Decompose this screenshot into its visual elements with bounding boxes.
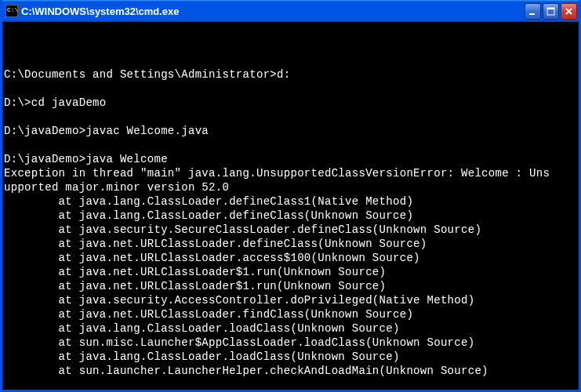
terminal-line: at java.lang.ClassLoader.defineClass1(Na… [4, 194, 577, 209]
minimize-button[interactable] [525, 3, 541, 20]
terminal-line: at java.net.URLClassLoader$1.run(Unknown… [4, 279, 577, 293]
terminal-line: upported major.minor version 52.0 [4, 180, 577, 194]
maximize-button[interactable] [543, 3, 559, 20]
terminal-line: at sun.misc.Launcher$AppClassLoader.load… [4, 336, 577, 350]
cmd-window: C:\ C:\WINDOWS\system32\cmd.exe C:\Docum… [0, 0, 581, 392]
terminal-line: D:\javaDemo>java Welcome [4, 152, 577, 166]
terminal-line: at sun.launcher.LauncherHelper.checkAndL… [4, 364, 577, 378]
close-button[interactable] [561, 3, 577, 20]
terminal-line [4, 82, 577, 96]
terminal-line: D:\>cd javaDemo [4, 96, 577, 110]
cmd-icon: C:\ [5, 5, 18, 17]
svg-rect-5 [547, 8, 554, 9]
titlebar[interactable]: C:\ C:\WINDOWS\system32\cmd.exe [2, 0, 579, 22]
terminal-line: at java.security.SecureClassLoader.defin… [4, 223, 577, 237]
terminal-line: at java.net.URLClassLoader$1.run(Unknown… [4, 265, 577, 279]
terminal-line [4, 110, 577, 124]
terminal-line: at java.lang.ClassLoader.loadClass(Unkno… [4, 350, 577, 364]
terminal-line: at java.net.URLClassLoader.defineClass(U… [4, 237, 577, 251]
terminal-line: at java.net.URLClassLoader.access$100(Un… [4, 251, 577, 265]
terminal-line [4, 378, 577, 390]
terminal-line [4, 53, 577, 67]
terminal-line: C:\Documents and Settings\Administrator>… [4, 67, 577, 82]
terminal-line: at java.security.AccessController.doPriv… [4, 293, 577, 307]
terminal-line: at java.lang.ClassLoader.defineClass(Unk… [4, 209, 577, 223]
terminal-line [4, 138, 577, 152]
window-title: C:\WINDOWS\system32\cmd.exe [21, 5, 525, 17]
window-controls [525, 3, 577, 20]
terminal-line: Exception in thread "main" java.lang.Uns… [4, 166, 577, 180]
terminal-line: at java.net.URLClassLoader.findClass(Unk… [4, 307, 577, 321]
svg-rect-3 [529, 13, 535, 15]
terminal-line: at java.lang.ClassLoader.loadClass(Unkno… [4, 321, 577, 336]
terminal-line: D:\javaDemo>javac Welcome.java [4, 124, 577, 138]
svg-text:C:\: C:\ [7, 6, 18, 13]
terminal-output[interactable]: C:\Documents and Settings\Administrator>… [2, 22, 579, 390]
